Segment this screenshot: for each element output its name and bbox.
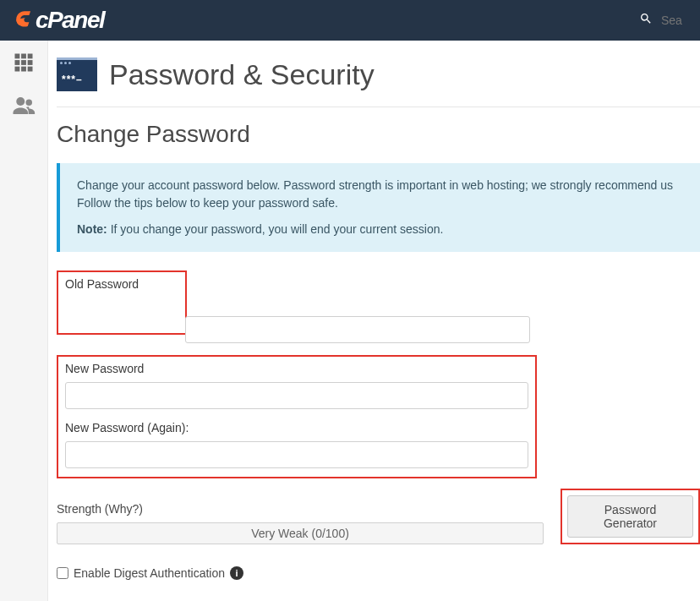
svg-rect-0: [15, 54, 20, 59]
svg-rect-7: [21, 67, 26, 72]
new-password-group: New Password New Password (Again):: [57, 355, 537, 478]
section-title: Change Password: [57, 121, 700, 148]
old-password-input[interactable]: [185, 316, 530, 343]
strength-meter: Very Weak (0/100): [57, 522, 544, 544]
svg-rect-8: [28, 67, 33, 72]
search-input[interactable]: [661, 14, 686, 27]
old-password-group: Old Password: [57, 270, 187, 335]
new-password-again-label: New Password (Again):: [65, 421, 528, 434]
info-text-2: Note: If you change your password, you w…: [77, 221, 683, 238]
info-icon[interactable]: i: [230, 566, 243, 580]
digest-auth-checkbox[interactable]: [57, 567, 68, 579]
svg-rect-5: [28, 60, 33, 65]
search-area: [639, 12, 686, 29]
svg-rect-1: [21, 54, 26, 59]
new-password-label: New Password: [65, 362, 528, 375]
strength-label: Strength (Why?): [57, 502, 544, 516]
svg-rect-2: [28, 54, 33, 59]
old-password-label: Old Password: [65, 277, 178, 291]
cpanel-logo[interactable]: cPanel: [14, 7, 104, 34]
digest-auth-label: Enable Digest Authentication: [74, 566, 225, 580]
svg-rect-3: [15, 60, 20, 65]
users-icon[interactable]: [11, 93, 36, 122]
svg-point-10: [26, 100, 33, 107]
svg-rect-4: [21, 60, 26, 65]
password-generator-highlight: Password Generator: [561, 489, 700, 544]
info-text-1: Change your account password below. Pass…: [77, 177, 683, 212]
password-security-icon: ***–: [57, 57, 97, 91]
svg-point-9: [16, 97, 25, 106]
divider: [57, 107, 700, 107]
new-password-input[interactable]: [65, 382, 528, 409]
svg-rect-6: [15, 67, 20, 72]
apps-grid-icon[interactable]: [12, 51, 36, 78]
password-generator-button[interactable]: Password Generator: [567, 495, 693, 538]
info-box: Change your account password below. Pass…: [57, 163, 700, 252]
search-icon[interactable]: [639, 12, 653, 29]
new-password-again-input[interactable]: [65, 441, 528, 468]
page-title: Password & Security: [109, 58, 375, 91]
